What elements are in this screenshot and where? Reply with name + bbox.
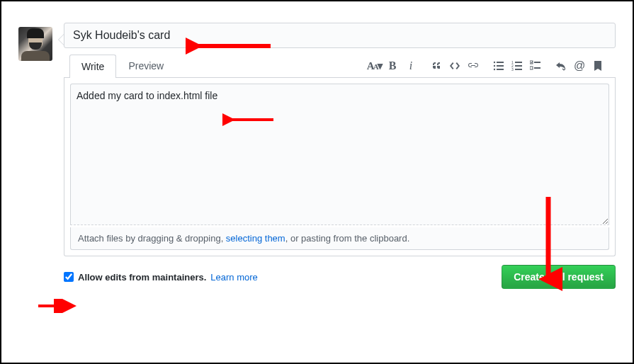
code-icon[interactable] (448, 59, 461, 72)
pr-description-textarea[interactable] (70, 84, 609, 225)
svg-rect-11 (515, 69, 522, 70)
attach-hint: Attach files by dragging & dropping, sel… (70, 227, 609, 250)
quote-icon[interactable] (430, 59, 443, 72)
svg-rect-14 (530, 67, 533, 69)
italic-icon[interactable]: i (404, 59, 417, 72)
allow-edits-checkbox[interactable] (64, 272, 74, 282)
link-icon[interactable] (467, 59, 480, 72)
allow-edits-label: Allow edits from maintainers. (78, 272, 206, 283)
bubble-arrow (58, 34, 64, 45)
reply-icon[interactable] (555, 59, 567, 72)
bookmark-icon[interactable] (591, 59, 604, 72)
mention-icon[interactable]: @ (573, 59, 586, 72)
tab-preview[interactable]: Preview (116, 54, 176, 77)
bold-icon[interactable]: B (386, 59, 399, 72)
svg-rect-13 (534, 62, 540, 63)
text-size-icon[interactable]: AA▾ (368, 59, 380, 72)
markdown-toolbar: AA▾ B i 123 (368, 59, 610, 72)
attach-select-link[interactable]: selecting them (226, 233, 285, 244)
attach-hint-post: , or pasting from the clipboard. (285, 233, 410, 244)
svg-point-2 (494, 64, 495, 66)
allow-edits-row[interactable]: Allow edits from maintainers. Learn more (64, 272, 258, 283)
ordered-list-icon[interactable]: 123 (511, 59, 523, 72)
svg-rect-7 (515, 62, 522, 63)
svg-point-0 (494, 61, 495, 62)
svg-rect-5 (497, 69, 504, 70)
svg-text:3: 3 (511, 67, 514, 72)
pr-title-input[interactable] (64, 23, 616, 48)
unordered-list-icon[interactable] (492, 59, 505, 72)
svg-rect-9 (515, 65, 522, 67)
task-list-icon[interactable] (529, 59, 542, 72)
create-pull-request-button[interactable]: Create pull request (502, 265, 616, 289)
svg-point-4 (494, 68, 495, 69)
avatar[interactable] (18, 27, 52, 61)
learn-more-link[interactable]: Learn more (210, 272, 257, 283)
tab-write[interactable]: Write (69, 55, 116, 78)
svg-rect-15 (534, 67, 540, 69)
attach-hint-pre: Attach files by dragging & dropping, (78, 233, 226, 244)
svg-rect-1 (497, 62, 504, 63)
svg-rect-3 (497, 65, 504, 67)
